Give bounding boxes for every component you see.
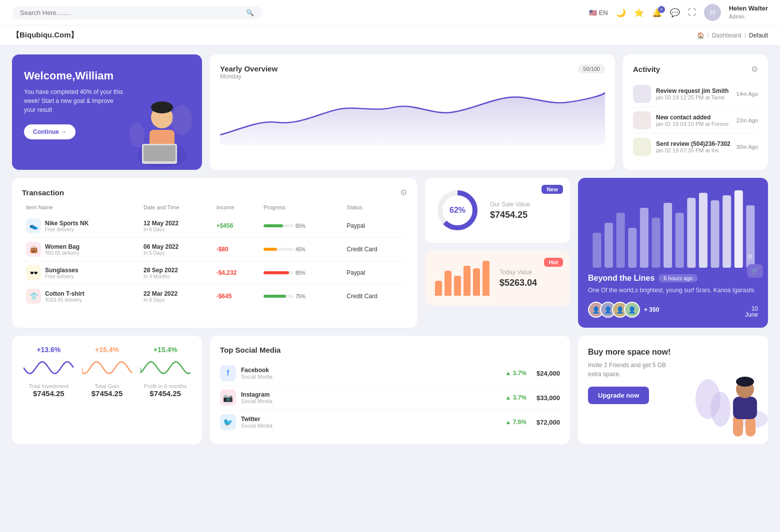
item-name: Women Bag: [45, 243, 80, 250]
svg-rect-27: [733, 397, 757, 419]
mini-percent: +13.6%: [22, 346, 76, 354]
breadcrumb-bar: 【Biqubiqu.Com】 🏠 / Dashboard / Default: [0, 25, 780, 45]
beyond-desc: One Of the world,s brightest, young surf…: [588, 286, 758, 295]
social-icon: 🐦: [220, 414, 236, 430]
beyond-cart-icon[interactable]: 🛒: [747, 264, 763, 278]
search-input[interactable]: [20, 9, 242, 16]
sale-value-card: New 62% Our Sale Value $7454.25: [425, 178, 570, 243]
notification-bell[interactable]: 🔔 4: [652, 8, 662, 17]
item-name: Nike Sports NK: [45, 220, 88, 227]
sale-value: $7454.25: [490, 210, 530, 220]
buy-illustration: [688, 369, 768, 444]
item-sub: Free delivery: [45, 227, 88, 232]
today-bar: [473, 268, 480, 296]
tx-date: 06 May 2022 In 5 Days: [140, 238, 212, 261]
social-title: Top Social Media: [220, 346, 560, 354]
social-item: 📷 Instagram Social Media ▲ 3.7% $33,000: [220, 386, 560, 410]
item-name: Sunglasses: [45, 267, 78, 274]
item-icon: 🕶️: [26, 265, 41, 280]
tx-income: -$80: [212, 238, 260, 261]
activity-item: Review request jim Smith jan 03 19 12:25…: [633, 81, 758, 107]
transaction-settings-icon[interactable]: ⚙: [400, 188, 407, 197]
tx-date: 28 Sep 2022 In 4 Months: [140, 261, 212, 285]
welcome-subtitle: You have completed 40% of your this week…: [24, 87, 124, 114]
activity-thumb: [633, 138, 651, 156]
social-grow: ▲ 7.6%: [505, 419, 526, 426]
tx-item-name: 👕 Cotton T-shirt ₹283.65 delivery: [22, 285, 140, 308]
svg-rect-10: [592, 233, 601, 268]
topnav: 🔍 🇺🇸 EN 🌙 ⭐ 🔔 4 💬 ⛶ H Helen Walter Admin: [0, 0, 780, 25]
activity-settings-icon[interactable]: ⚙: [751, 64, 758, 74]
tx-item-name: 🕶️ Sunglasses Free delivery: [22, 261, 140, 285]
tx-date-val: 28 Sep 2022: [144, 267, 208, 274]
beyond-more: + 350: [644, 306, 659, 313]
row-2: Transaction ⚙ Item NameDate and TimeInco…: [12, 178, 768, 328]
welcome-card: Welcome,William You have completed 40% o…: [12, 54, 202, 170]
activity-info: Sent review (504)236-7302 jan 02 19 07:3…: [656, 140, 732, 153]
svg-point-6: [172, 105, 192, 135]
beyond-card: Beyond the Lines 6 hours ago One Of the …: [578, 178, 768, 328]
activity-info: Review request jim Smith jan 03 19 12:25…: [656, 87, 732, 100]
svg-point-31: [710, 392, 730, 427]
tx-date-val: 06 May 2022: [144, 243, 208, 250]
user-info: Helen Walter Admin: [729, 4, 768, 20]
brand-logo: 【Biqubiqu.Com】: [12, 30, 78, 40]
progress-bar: [264, 248, 294, 251]
progress-bar: [264, 224, 294, 227]
activity-list: Review request jim Smith jan 03 19 12:25…: [633, 81, 758, 160]
yearly-day: Monday: [220, 73, 278, 80]
item-sub: Free delivery: [45, 274, 78, 279]
svg-rect-13: [628, 228, 636, 268]
yearly-chart: [220, 85, 605, 145]
main-content: Welcome,William You have completed 40% o…: [0, 45, 780, 453]
beyond-settings-icon[interactable]: ⚙: [747, 253, 763, 260]
progress-fill: [264, 224, 283, 227]
activity-item-time: 14m Ago: [736, 91, 758, 97]
svg-rect-12: [616, 213, 625, 268]
social-grow: ▲ 3.7%: [505, 394, 526, 401]
tx-header: Date and Time: [140, 204, 212, 214]
svg-rect-16: [664, 203, 672, 268]
sale-percent: 62%: [450, 206, 466, 215]
star-icon[interactable]: ⭐: [634, 8, 644, 17]
social-name: Facebook: [241, 367, 272, 374]
svg-rect-20: [711, 200, 720, 268]
continue-button[interactable]: Continue →: [24, 124, 76, 139]
language-selector[interactable]: 🇺🇸 EN: [589, 9, 608, 16]
avatar[interactable]: H: [704, 4, 721, 21]
progress-fill: [264, 295, 286, 298]
tx-date: 12 May 2022 In 6 Days: [140, 214, 212, 238]
tx-status: Paypal: [342, 261, 407, 285]
beyond-title: Beyond the Lines: [588, 274, 654, 283]
social-list: f Facebook Social Media ▲ 3.7% $24,000 📷…: [220, 361, 560, 434]
mini-chart-item: +15.4% Total Gain $7454.25: [80, 346, 134, 398]
today-bar: [444, 271, 452, 296]
today-title: Today Value: [500, 269, 537, 276]
new-badge: New: [542, 185, 563, 194]
mini-percent: +15.4%: [80, 346, 134, 354]
nav-right: 🇺🇸 EN 🌙 ⭐ 🔔 4 💬 ⛶ H Helen Walter Admin: [589, 4, 768, 21]
activity-item-title: New contact added: [656, 114, 732, 121]
upgrade-button[interactable]: Upgrade now: [588, 387, 649, 404]
svg-rect-19: [699, 193, 708, 268]
progress-fill: [264, 248, 277, 251]
table-row: 👟 Nike Sports NK Free delivery 12 May 20…: [22, 214, 407, 238]
breadcrumb-dashboard[interactable]: Dashboard: [712, 32, 742, 39]
tx-header: Income: [212, 204, 260, 214]
social-item: 🐦 Twitter Social Media ▲ 7.6% $72,000: [220, 410, 560, 434]
svg-rect-26: [746, 417, 756, 437]
item-sub: ₹283.65 delivery: [45, 297, 84, 303]
beyond-month: June: [745, 312, 758, 318]
social-amount: $33,000: [536, 394, 560, 402]
dark-mode-toggle[interactable]: 🌙: [616, 8, 626, 17]
progress-label: 85%: [296, 270, 306, 276]
search-bar[interactable]: 🔍: [12, 6, 262, 19]
buy-title: Buy more space now!: [588, 348, 758, 357]
fullscreen-icon[interactable]: ⛶: [688, 8, 696, 17]
home-icon[interactable]: 🏠: [697, 32, 704, 39]
mini-label: Total Gain: [80, 383, 134, 389]
chat-icon[interactable]: 💬: [670, 8, 680, 17]
transaction-table: Item NameDate and TimeIncomeProgressStat…: [22, 204, 407, 308]
activity-thumb: [633, 85, 651, 103]
activity-info: New contact added jan 02 19 03:10 PM at …: [656, 114, 732, 127]
